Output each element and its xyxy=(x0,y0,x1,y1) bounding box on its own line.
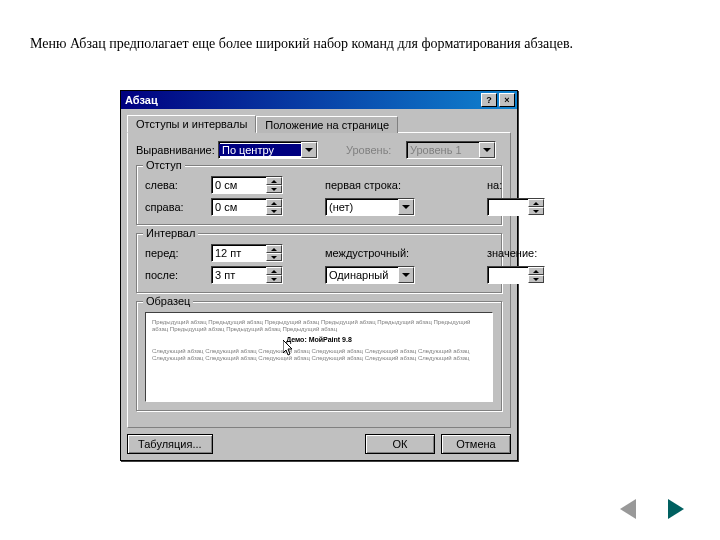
indent-by-spin[interactable] xyxy=(487,198,545,216)
tabs-button[interactable]: Табуляция... xyxy=(127,434,213,454)
spacing-group: Интервал перед: 12 пт междустрочный: зна… xyxy=(136,233,502,293)
spin-up-icon[interactable] xyxy=(528,199,544,207)
page-caption: Меню Абзац предполагает еще более широки… xyxy=(30,36,573,52)
indent-right-spin[interactable]: 0 см xyxy=(211,198,283,216)
spin-down-icon[interactable] xyxy=(266,253,282,261)
preview-filler: Следующий абзац Следующий абзац Следующи… xyxy=(152,348,486,362)
chevron-down-icon xyxy=(479,142,495,158)
after-label: после: xyxy=(145,269,205,281)
spin-down-icon[interactable] xyxy=(528,207,544,215)
slide-nav xyxy=(614,498,690,520)
line-spacing-label: междустрочный: xyxy=(325,247,415,259)
level-combo: Уровень 1 xyxy=(406,141,496,159)
indent-group-title: Отступ xyxy=(143,159,185,171)
indent-right-label: справа: xyxy=(145,201,205,213)
spin-down-icon[interactable] xyxy=(528,275,544,283)
spin-down-icon[interactable] xyxy=(266,185,282,193)
tab-strip: Отступы и интервалы Положение на страниц… xyxy=(127,115,511,132)
indent-by-label: на: xyxy=(487,179,547,191)
prev-slide-button[interactable] xyxy=(614,498,642,520)
ok-button[interactable]: ОК xyxy=(365,434,435,454)
paragraph-dialog: Абзац ? × Отступы и интервалы Положение … xyxy=(120,90,518,461)
before-spin[interactable]: 12 пт xyxy=(211,244,283,262)
line-spacing-combo[interactable]: Одинарный xyxy=(325,266,415,284)
titlebar[interactable]: Абзац ? × xyxy=(121,91,517,109)
preview-pane: Предыдущий абзац Предыдущий абзац Предыд… xyxy=(145,312,493,402)
preview-group: Образец Предыдущий абзац Предыдущий абза… xyxy=(136,301,502,411)
spin-up-icon[interactable] xyxy=(266,177,282,185)
spin-up-icon[interactable] xyxy=(266,199,282,207)
button-row: Табуляция... ОК Отмена xyxy=(127,434,511,454)
alignment-combo[interactable]: По центру xyxy=(218,141,318,159)
indent-left-spin[interactable]: 0 см xyxy=(211,176,283,194)
cancel-button[interactable]: Отмена xyxy=(441,434,511,454)
tab-indents[interactable]: Отступы и интервалы xyxy=(127,115,256,133)
next-slide-button[interactable] xyxy=(662,498,690,520)
close-button[interactable]: × xyxy=(499,93,515,107)
before-label: перед: xyxy=(145,247,205,259)
first-line-combo[interactable]: (нет) xyxy=(325,198,415,216)
preview-group-title: Образец xyxy=(143,295,193,307)
tab-panel: Выравнивание: По центру Уровень: Уровень… xyxy=(127,132,511,428)
after-spin[interactable]: 3 пт xyxy=(211,266,283,284)
spin-down-icon[interactable] xyxy=(266,207,282,215)
chevron-down-icon[interactable] xyxy=(398,199,414,215)
level-label: Уровень: xyxy=(346,144,402,156)
indent-left-label: слева: xyxy=(145,179,205,191)
at-spin[interactable] xyxy=(487,266,545,284)
tab-flow[interactable]: Положение на странице xyxy=(256,116,398,133)
spin-down-icon[interactable] xyxy=(266,275,282,283)
indent-group: Отступ слева: 0 см первая строка: на: сп… xyxy=(136,165,502,225)
chevron-down-icon[interactable] xyxy=(301,142,317,158)
alignment-label: Выравнивание: xyxy=(136,144,214,156)
chevron-down-icon[interactable] xyxy=(398,267,414,283)
spin-up-icon[interactable] xyxy=(266,245,282,253)
spin-up-icon[interactable] xyxy=(528,267,544,275)
spin-up-icon[interactable] xyxy=(266,267,282,275)
spacing-group-title: Интервал xyxy=(143,227,198,239)
dialog-title: Абзац xyxy=(123,94,479,106)
alignment-value: По центру xyxy=(219,144,301,156)
first-line-label: первая строка: xyxy=(325,179,415,191)
help-button[interactable]: ? xyxy=(481,93,497,107)
preview-filler: Предыдущий абзац Предыдущий абзац Предыд… xyxy=(152,319,486,333)
level-value: Уровень 1 xyxy=(407,144,479,156)
at-label: значение: xyxy=(487,247,547,259)
preview-sample: Демо: МойPaint 9.8 xyxy=(152,336,486,344)
